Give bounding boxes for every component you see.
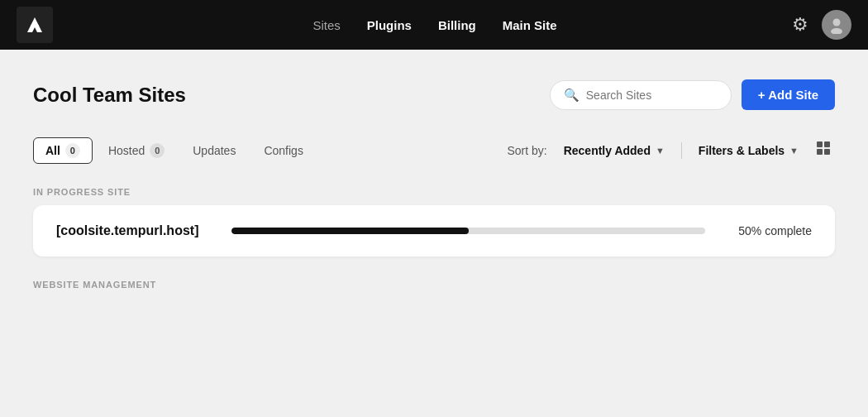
nav-sites[interactable]: Sites — [312, 18, 340, 32]
progress-bar-container — [231, 228, 705, 234]
tab-all[interactable]: All 0 — [33, 137, 93, 164]
tab-updates[interactable]: Updates — [180, 138, 248, 163]
filters-chevron-icon: ▼ — [789, 146, 799, 156]
sort-label: Sort by: — [507, 144, 546, 157]
tab-updates-label: Updates — [193, 144, 236, 157]
site-url: [coolsite.tempurl.host] — [56, 223, 198, 238]
tabs-right: Sort by: Recently Added ▼ Filters & Labe… — [507, 137, 835, 164]
progress-bar-fill — [231, 228, 468, 234]
nav-main-site[interactable]: Main Site — [503, 18, 557, 32]
logo[interactable] — [17, 7, 53, 43]
svg-rect-4 — [824, 141, 830, 147]
header-row: Cool Team Sites 🔍 + Add Site — [33, 79, 835, 110]
svg-point-1 — [833, 19, 841, 26]
tab-hosted-label: Hosted — [108, 144, 145, 157]
sort-dropdown[interactable]: Recently Added ▼ — [557, 141, 671, 161]
main-content: Cool Team Sites 🔍 + Add Site All 0 Hoste… — [0, 50, 868, 309]
navbar: Sites Plugins Billing Main Site ⚙ — [0, 0, 868, 50]
filters-label: Filters & Labels — [699, 144, 785, 157]
progress-label: 50% complete — [738, 224, 812, 237]
search-input[interactable] — [586, 89, 718, 102]
tab-hosted[interactable]: Hosted 0 — [96, 137, 177, 164]
svg-point-2 — [831, 28, 842, 34]
site-card: [coolsite.tempurl.host] 50% complete — [33, 205, 835, 256]
tabs-row: All 0 Hosted 0 Updates Configs Sort by: … — [33, 137, 835, 164]
tab-hosted-badge: 0 — [150, 143, 165, 158]
chevron-down-icon: ▼ — [656, 146, 665, 156]
avatar[interactable] — [822, 10, 851, 40]
tab-configs-label: Configs — [264, 144, 303, 157]
website-management-label: WEBSITE MANAGEMENT — [33, 280, 835, 290]
svg-rect-5 — [817, 149, 823, 155]
nav-billing[interactable]: Billing — [438, 18, 476, 32]
page-title: Cool Team Sites — [33, 84, 186, 107]
grid-icon — [815, 140, 832, 161]
divider — [681, 142, 682, 159]
search-box: 🔍 — [550, 80, 732, 110]
nav-right: ⚙ — [792, 10, 851, 40]
search-icon: 🔍 — [564, 88, 579, 103]
filters-dropdown[interactable]: Filters & Labels ▼ — [692, 141, 805, 161]
nav-links: Sites Plugins Billing Main Site — [78, 18, 792, 32]
tab-group: All 0 Hosted 0 Updates Configs — [33, 137, 316, 164]
sort-value: Recently Added — [564, 144, 651, 157]
add-site-button[interactable]: + Add Site — [742, 79, 835, 110]
svg-rect-6 — [824, 149, 830, 155]
tab-all-badge: 0 — [65, 143, 80, 158]
in-progress-section-label: IN PROGRESS SITE — [33, 187, 835, 197]
grid-view-button[interactable] — [812, 137, 835, 164]
svg-rect-3 — [817, 141, 823, 147]
header-actions: 🔍 + Add Site — [550, 79, 835, 110]
nav-plugins[interactable]: Plugins — [367, 18, 412, 32]
gear-icon[interactable]: ⚙ — [792, 14, 808, 36]
tab-all-label: All — [45, 144, 60, 157]
tab-configs[interactable]: Configs — [251, 138, 315, 163]
